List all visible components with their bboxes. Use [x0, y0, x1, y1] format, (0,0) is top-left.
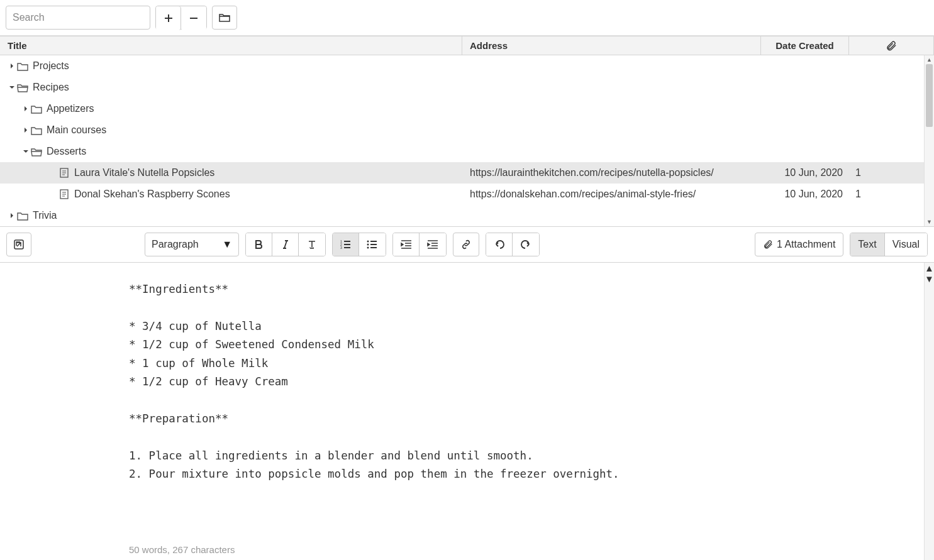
grid-body: ProjectsRecipesAppetizersMain coursesDes…	[0, 55, 934, 226]
editor-content[interactable]: **Ingredients** * 3/4 cup of Nutella * 1…	[0, 263, 924, 560]
indent-button[interactable]	[420, 233, 446, 256]
folder-button[interactable]	[212, 6, 237, 30]
tree-row[interactable]: Laura Vitale's Nutella Popsicleshttps://…	[0, 162, 924, 184]
add-button[interactable]	[156, 6, 181, 30]
top-toolbar	[0, 0, 934, 36]
svg-text:3: 3	[340, 246, 342, 250]
column-header-address[interactable]: Address	[462, 36, 761, 55]
tree-row[interactable]: Trivia	[0, 205, 924, 226]
pop-out-button[interactable]	[6, 233, 31, 256]
editor-toolbar: Paragraph ▼ 123 1 Attachment Text Vis	[0, 226, 934, 263]
scroll-down-icon[interactable]: ▼	[925, 217, 934, 226]
scroll-thumb[interactable]	[926, 64, 933, 127]
node-title: Laura Vitale's Nutella Popsicles	[74, 167, 214, 178]
plus-icon	[164, 14, 173, 23]
cell-attachments: 1	[849, 189, 924, 200]
unordered-list-button[interactable]	[359, 233, 386, 256]
italic-button[interactable]	[272, 233, 299, 256]
grid-header: Title Address Date Created	[0, 36, 934, 55]
outdent-icon	[401, 239, 412, 250]
attachment-label: 1 Attachment	[777, 239, 835, 250]
redo-icon	[520, 239, 531, 250]
note-icon	[58, 168, 70, 178]
chevron-down-icon[interactable]	[21, 148, 30, 155]
ordered-list-button[interactable]: 123	[333, 233, 359, 256]
chevron-right-icon[interactable]	[21, 106, 30, 112]
node-title: Appetizers	[47, 103, 94, 114]
undo-button[interactable]	[486, 233, 513, 256]
scroll-track[interactable]	[925, 64, 934, 217]
node-title: Projects	[33, 60, 69, 72]
attachment-button[interactable]: 1 Attachment	[755, 233, 843, 256]
folder-icon	[30, 126, 43, 135]
svg-point-8	[367, 247, 369, 249]
cell-title: Donal Skehan's Raspberry Scones	[0, 189, 462, 200]
link-icon	[460, 239, 472, 250]
clear-format-button[interactable]	[299, 233, 325, 256]
redo-button[interactable]	[513, 233, 539, 256]
search-input[interactable]	[6, 6, 150, 30]
paperclip-icon	[763, 239, 773, 250]
cell-title: Trivia	[0, 210, 462, 221]
node-title: Donal Skehan's Raspberry Scones	[74, 189, 230, 200]
scroll-up-icon[interactable]: ▲	[925, 263, 934, 273]
cell-title: Appetizers	[0, 103, 462, 114]
column-header-attachments[interactable]	[849, 36, 934, 55]
cell-address: https://laurainthekitchen.com/recipes/nu…	[462, 167, 761, 178]
status-bar: 50 words, 267 characters	[129, 544, 235, 560]
editor-area: **Ingredients** * 3/4 cup of Nutella * 1…	[0, 263, 934, 560]
node-title: Recipes	[33, 82, 69, 93]
caret-down-icon: ▼	[222, 239, 232, 250]
bold-icon	[255, 239, 264, 250]
cell-title: Laura Vitale's Nutella Popsicles	[0, 167, 462, 178]
grid-scrollbar[interactable]: ▲ ▼	[924, 55, 934, 226]
tree-row[interactable]: Recipes	[0, 77, 924, 98]
tree-row[interactable]: Projects	[0, 55, 924, 77]
cell-title: Recipes	[0, 82, 462, 93]
column-header-date[interactable]: Date Created	[761, 36, 849, 55]
italic-icon	[282, 239, 289, 250]
cell-date: 10 Jun, 2020	[761, 167, 849, 178]
link-button[interactable]	[453, 233, 479, 256]
list-group: 123	[332, 233, 386, 256]
remove-button[interactable]	[181, 6, 206, 30]
svg-point-7	[367, 244, 369, 246]
tree-row[interactable]: Desserts	[0, 141, 924, 162]
chevron-right-icon[interactable]	[21, 127, 30, 133]
chevron-right-icon[interactable]	[8, 63, 16, 69]
tree-grid: Title Address Date Created ProjectsRecip…	[0, 36, 934, 226]
node-title: Main courses	[47, 124, 106, 136]
undo-icon	[494, 239, 505, 250]
cell-title: Main courses	[0, 124, 462, 136]
folder-icon	[16, 62, 29, 71]
cell-date: 10 Jun, 2020	[761, 189, 849, 200]
tree-row[interactable]: Donal Skehan's Raspberry Sconeshttps://d…	[0, 184, 924, 205]
column-header-title[interactable]: Title	[0, 36, 462, 55]
folder-open-icon	[30, 147, 43, 156]
history-group	[486, 233, 540, 256]
folder-icon	[16, 211, 29, 221]
view-toggle: Text Visual	[850, 233, 928, 256]
folder-icon	[219, 13, 230, 23]
tree-row[interactable]: Appetizers	[0, 98, 924, 119]
editor-scrollbar[interactable]: ▲ ▼	[924, 263, 934, 560]
ordered-list-icon: 123	[340, 239, 352, 250]
note-icon	[58, 189, 70, 199]
app-root: Title Address Date Created ProjectsRecip…	[0, 0, 934, 560]
indent-icon	[427, 239, 438, 250]
unordered-list-icon	[367, 239, 378, 250]
chevron-right-icon[interactable]	[8, 212, 16, 219]
format-select[interactable]: Paragraph ▼	[145, 233, 239, 256]
format-select-label: Paragraph	[152, 239, 199, 250]
node-title: Trivia	[33, 210, 57, 221]
popout-icon	[14, 239, 24, 250]
zoom-group	[155, 6, 207, 30]
chevron-down-icon[interactable]	[8, 84, 16, 91]
bold-button[interactable]	[246, 233, 272, 256]
tree-row[interactable]: Main courses	[0, 119, 924, 141]
outdent-button[interactable]	[393, 233, 420, 256]
view-text-button[interactable]: Text	[850, 233, 884, 256]
scroll-down-icon[interactable]: ▼	[925, 273, 934, 284]
view-visual-button[interactable]: Visual	[885, 233, 927, 256]
scroll-up-icon[interactable]: ▲	[925, 55, 934, 64]
